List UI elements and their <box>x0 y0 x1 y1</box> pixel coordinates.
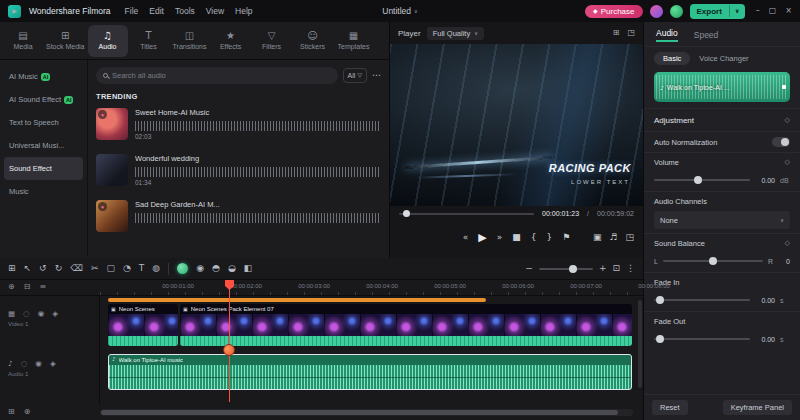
mute-track-icon[interactable]: ◌ <box>21 360 28 368</box>
sidebar-item-text-to-speech[interactable]: Text to Speech <box>4 111 83 134</box>
split-icon[interactable]: ✂ <box>91 264 99 273</box>
inspector-tab-audio[interactable]: Audio <box>656 28 678 42</box>
snapshot-button[interactable]: ▣ <box>593 233 602 242</box>
ai-assistant-icon[interactable] <box>177 263 188 274</box>
reset-button[interactable]: Reset <box>652 400 688 415</box>
keyframe-icon[interactable]: ◇ <box>785 159 790 166</box>
tab-transitions[interactable]: ◫Transitions <box>170 25 210 57</box>
more-options-button[interactable]: ⋯ <box>372 71 381 80</box>
tab-stickers[interactable]: ☺Stickers <box>293 25 333 57</box>
audio-mixer-icon[interactable]: ◧ <box>244 264 253 273</box>
seek-bar[interactable] <box>399 213 534 215</box>
play-button[interactable]: ▶ <box>478 232 486 243</box>
tab-effects[interactable]: ★Effects <box>211 25 251 57</box>
volume-slider[interactable] <box>654 179 750 181</box>
video-viewport[interactable]: RACING PACK LOWER TEXT <box>390 44 643 206</box>
mark-in-button[interactable]: { <box>531 233 537 242</box>
filter-all-button[interactable]: All ▽ <box>343 68 367 83</box>
collapse-tracks-icon[interactable]: ⊟ <box>24 283 31 291</box>
marker-button[interactable]: ⚑ <box>562 233 570 242</box>
mute-track-icon[interactable]: ◌ <box>23 310 30 318</box>
menu-tools[interactable]: Tools <box>175 6 195 16</box>
video-clip[interactable]: ▣ Neon Scenes <box>108 304 178 346</box>
tab-titles[interactable]: TTitles <box>129 25 169 57</box>
tab-filters[interactable]: ▽Filters <box>252 25 292 57</box>
audio-clip-selected[interactable]: ♪ Walk on Tiptoe-AI music <box>108 354 632 390</box>
export-button[interactable]: Export ∨ <box>690 4 745 19</box>
next-frame-button[interactable]: » <box>497 233 503 242</box>
close-button[interactable]: × <box>785 7 792 15</box>
fullscreen-button[interactable]: ◳ <box>625 233 634 242</box>
scrollbar-thumb[interactable] <box>101 410 618 415</box>
pointer-tool-icon[interactable]: ↖ <box>24 264 32 273</box>
menu-view[interactable]: View <box>206 6 224 16</box>
hide-track-icon[interactable]: ◉ <box>38 310 45 318</box>
project-title[interactable]: Untitled ∨ <box>382 6 418 16</box>
inspector-tab-speed[interactable]: Speed <box>694 30 719 42</box>
sidebar-item-ai-sound-effect[interactable]: AI Sound EffectAI <box>4 88 83 111</box>
media-view-icon[interactable]: ⊞ <box>8 264 16 273</box>
lock-track-icon[interactable]: ◈ <box>52 310 58 318</box>
vertical-scrollbar[interactable] <box>638 300 642 388</box>
record-voiceover-icon[interactable]: ◉ <box>196 264 204 273</box>
keyframe-panel-button[interactable]: Keyframe Panel <box>723 400 792 415</box>
quality-dropdown[interactable]: Full Quality ∨ <box>427 27 484 40</box>
fade-in-handle[interactable] <box>656 296 664 304</box>
selected-clip-card[interactable]: ♪Walk on Tiptoe-AI ... <box>654 72 790 102</box>
playhead-marker-dot[interactable] <box>223 344 235 356</box>
points-badge[interactable] <box>670 5 683 18</box>
audio-list-item[interactable]: ♥ Sweet Home-AI Music 02:03 <box>96 105 381 151</box>
detach-player-icon[interactable]: ◳ <box>627 29 635 37</box>
export-dropdown-icon[interactable]: ∨ <box>729 5 745 17</box>
sidebar-item-music[interactable]: Music <box>4 180 83 203</box>
mute-preview-button[interactable]: ♬ <box>609 233 617 242</box>
sidebar-item-ai-music[interactable]: AI MusicAI <box>4 65 83 88</box>
mark-out-button[interactable]: } <box>546 233 552 242</box>
subtab-basic[interactable]: Basic <box>654 52 690 65</box>
lock-track-icon[interactable]: ◈ <box>50 360 56 368</box>
balance-slider-handle[interactable] <box>709 257 717 265</box>
sidebar-item-universal-music[interactable]: Universal Musi... <box>4 134 83 157</box>
crop-icon[interactable]: ▢ <box>106 264 115 273</box>
horizontal-scrollbar[interactable] <box>100 409 633 416</box>
purchase-button[interactable]: ◆ Purchase <box>585 5 642 18</box>
tab-media[interactable]: ▤Media <box>3 25 43 57</box>
fade-out-handle[interactable] <box>656 335 664 343</box>
zoom-slider-handle[interactable] <box>569 265 577 273</box>
split-view-icon[interactable]: ⊞ <box>613 29 620 37</box>
denoise-icon[interactable]: ◒ <box>228 264 236 273</box>
timeline-ruler[interactable]: ⊕ ⊟ ≡ 00:00:01:00 00:00:02:00 00:00:03:0… <box>0 280 643 296</box>
keyframe-icon[interactable]: ◇ <box>785 117 790 124</box>
tab-audio[interactable]: ♫Audio <box>88 25 128 57</box>
mask-icon[interactable]: ◍ <box>152 264 160 273</box>
speed-icon[interactable]: ◔ <box>123 264 131 273</box>
volume-slider-handle[interactable] <box>694 176 702 184</box>
membership-avatar[interactable] <box>650 5 663 18</box>
zoom-out-icon[interactable]: − <box>525 264 533 273</box>
timeline-zoom-slider[interactable] <box>539 268 593 270</box>
audio-channels-dropdown[interactable]: None ∨ <box>654 211 790 229</box>
playhead-line[interactable] <box>229 280 230 402</box>
video-clip[interactable]: ▣ Neon Scenes Pack Element 07 <box>180 304 632 346</box>
redo-icon[interactable]: ↻ <box>55 264 63 273</box>
delete-icon[interactable]: ⌫ <box>70 264 83 273</box>
seek-handle[interactable] <box>403 210 410 217</box>
previous-frame-button[interactable]: « <box>463 233 469 242</box>
search-input[interactable] <box>112 71 331 80</box>
keyframe-icon[interactable]: ◇ <box>785 240 790 247</box>
subtab-voice-changer[interactable]: Voice Changer <box>699 54 748 63</box>
add-track-icon[interactable]: ⊕ <box>8 283 15 291</box>
search-box[interactable] <box>96 67 338 84</box>
add-marker-icon[interactable]: ⊕ <box>24 408 31 416</box>
timeline-options-icon[interactable]: ⋮ <box>626 264 635 273</box>
menu-edit[interactable]: Edit <box>149 6 164 16</box>
stop-button[interactable]: ■ <box>512 233 521 242</box>
zoom-in-icon[interactable]: + <box>599 264 607 273</box>
text-tool-icon[interactable]: T <box>139 264 145 273</box>
sidebar-item-sound-effect[interactable]: Sound Effect <box>4 157 83 180</box>
fit-timeline-icon[interactable]: ⊡ <box>612 264 620 273</box>
fade-out-slider[interactable] <box>654 338 750 340</box>
marked-range-bar[interactable] <box>108 298 486 302</box>
voice-changer-icon[interactable]: ◓ <box>212 264 220 273</box>
balance-slider[interactable] <box>663 260 763 262</box>
